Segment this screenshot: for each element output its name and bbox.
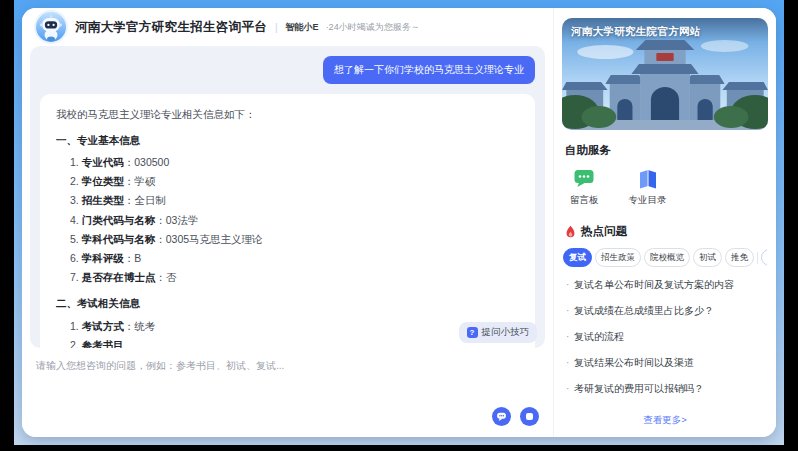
tab-exempt[interactable]: 推免 <box>725 248 754 267</box>
hot-question-item[interactable]: 复试结果公布时间以及渠道 <box>565 356 765 369</box>
sidebar: 河南大学研究生院官方网站 自助服务 留言板 专业 <box>553 8 776 437</box>
hot-question-item[interactable]: 考研复试的费用可以报销吗？ <box>565 382 765 395</box>
tab-admission-policy[interactable]: 招生政策 <box>595 248 641 267</box>
info-item: 5.学科代码与名称：0305马克思主义理论 <box>70 232 519 247</box>
section-title-exam-info: 二、考试相关信息 <box>56 296 519 311</box>
hot-question-item[interactable]: 复试的流程 <box>565 330 765 343</box>
bot-name: 智能小E <box>286 21 319 34</box>
hot-question-item[interactable]: 复试成绩在总成绩里占比多少？ <box>565 304 765 317</box>
input-action-buttons <box>492 407 539 426</box>
ask-tips-button[interactable]: ? 提问小技巧 <box>459 322 538 343</box>
message-input-area <box>22 348 553 437</box>
robot-mascot-icon <box>36 12 66 42</box>
message-input[interactable] <box>34 357 545 395</box>
user-message-bubble: 想了解一下你们学校的马克思主义理论专业 <box>323 56 535 84</box>
info-item: 2.学位类型：学硕 <box>70 174 519 189</box>
hot-question-tabs: 复试 招生政策 院校概览 初试 推免 » <box>563 248 767 267</box>
info-item: 2.参考书目 <box>70 338 519 348</box>
platform-title: 河南大学官方研究生招生咨询平台 <box>75 19 267 36</box>
service-label: 专业目录 <box>629 194 667 207</box>
tabs-divider <box>757 252 758 264</box>
tab-school-overview[interactable]: 院校概览 <box>644 248 690 267</box>
hot-questions-title: 热点问题 <box>581 224 627 239</box>
section-title-basic-info: 一、专业基本信息 <box>56 133 519 148</box>
chat-bubble-button[interactable] <box>492 407 511 426</box>
chat-message-area: 想了解一下你们学校的马克思主义理论专业 我校的马克思主义理论专业相关信息如下： … <box>30 46 545 348</box>
assistant-intro: 我校的马克思主义理论专业相关信息如下： <box>56 107 519 122</box>
info-item: 3.招生类型：全日制 <box>70 193 519 208</box>
tab-initial-exam[interactable]: 初试 <box>693 248 722 267</box>
hot-question-item[interactable]: 复试名单公布时间及复试方案的内容 <box>565 278 765 291</box>
info-item: 6.学科评级：B <box>70 251 519 266</box>
view-more-link[interactable]: 查看更多> <box>562 408 768 432</box>
service-message-board[interactable]: 留言板 <box>570 167 599 207</box>
stop-button[interactable] <box>520 407 539 426</box>
bot-avatar <box>34 10 68 44</box>
info-item: 1.专业代码：030500 <box>70 155 519 170</box>
ask-tips-label: 提问小技巧 <box>482 326 530 339</box>
stop-icon <box>526 413 533 420</box>
assistant-message-card: 我校的马克思主义理论专业相关信息如下： 一、专业基本信息 1.专业代码：0305… <box>40 94 535 349</box>
self-service-title: 自助服务 <box>565 143 765 158</box>
title-separator: | <box>275 22 278 33</box>
chat-panel: 河南大学官方研究生招生咨询平台 | 智能小E ·24小时竭诚为您服务～ 想了解一… <box>22 8 553 437</box>
info-item: 4.门类代码与名称：03法学 <box>70 213 519 228</box>
tab-retest[interactable]: 复试 <box>563 248 592 267</box>
major-catalog-icon <box>637 167 659 189</box>
hot-questions-header: 热点问题 <box>565 224 765 239</box>
question-mark-icon: ? <box>467 327 478 338</box>
info-item: 7.是否存在博士点：否 <box>70 270 519 285</box>
more-tabs-button[interactable]: » <box>761 249 767 266</box>
service-label: 留言板 <box>570 194 599 207</box>
chat-header: 河南大学官方研究生招生咨询平台 | 智能小E ·24小时竭诚为您服务～ <box>22 8 553 46</box>
banner-title: 河南大学研究生院官方网站 <box>571 25 701 39</box>
flame-icon <box>565 225 576 238</box>
service-major-catalog[interactable]: 专业目录 <box>629 167 667 207</box>
info-item: 1.考试方式：统考 <box>70 319 519 334</box>
message-board-icon <box>573 167 595 189</box>
hot-question-list: 复试名单公布时间及复试方案的内容 复试成绩在总成绩里占比多少？ 复试的流程 复试… <box>565 278 765 408</box>
service-tagline: ·24小时竭诚为您服务～ <box>326 21 420 34</box>
official-website-banner[interactable]: 河南大学研究生院官方网站 <box>562 18 768 130</box>
main-window: 河南大学官方研究生招生咨询平台 | 智能小E ·24小时竭诚为您服务～ 想了解一… <box>22 8 776 437</box>
self-service-row: 留言板 专业目录 <box>570 167 760 207</box>
speech-bubble-icon <box>496 411 507 422</box>
